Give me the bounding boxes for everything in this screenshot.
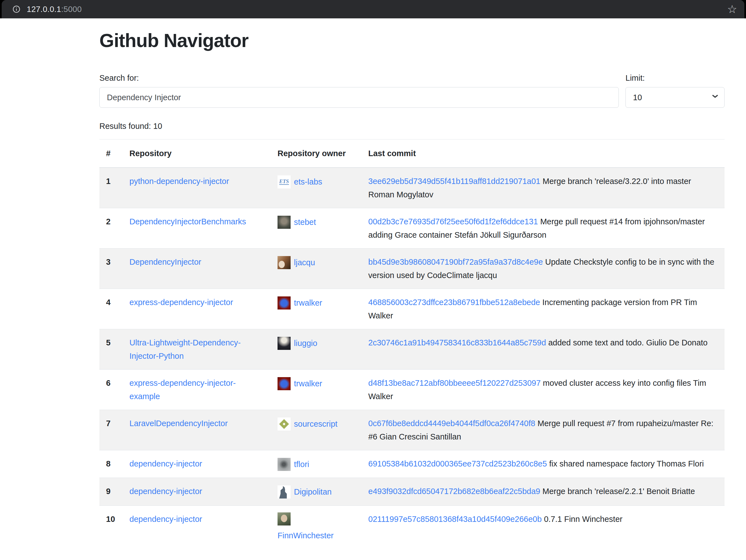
owner-link[interactable]: sourcescript bbox=[294, 419, 337, 429]
row-number: 9 bbox=[99, 478, 123, 505]
tflori-photo-avatar bbox=[278, 458, 291, 471]
repo-link[interactable]: dependency-injector bbox=[130, 514, 202, 524]
results-table: # Repository Repository owner Last commi… bbox=[99, 139, 724, 549]
repo-link[interactable]: DependencyInjector bbox=[130, 258, 201, 266]
repo-link[interactable]: express-dependency-injector-example bbox=[130, 379, 236, 401]
commit-hash-link[interactable]: bb45d9e3b98608047190bf72a95fa9a37d8c4e9e bbox=[368, 258, 543, 266]
repo-link[interactable]: DependencyInjectorBenchmarks bbox=[130, 217, 246, 226]
browser-chrome: 127.0.0.1:5000 ☆ bbox=[0, 0, 746, 18]
table-row: 5 Ultra-Lightweight-Dependency-Injector-… bbox=[99, 329, 724, 370]
page-body: Github Navigator Search for: Limit: 10 R… bbox=[0, 18, 746, 560]
trwalker-photo-avatar bbox=[278, 296, 291, 310]
header-owner: Repository owner bbox=[271, 140, 362, 168]
row-number: 2 bbox=[99, 208, 123, 248]
row-number: 4 bbox=[99, 289, 123, 329]
commit-message: fix shared namespace factory Thomas Flor… bbox=[549, 459, 704, 468]
commit-message: 0.7.1 Finn Winchester bbox=[544, 514, 623, 524]
row-number: 3 bbox=[99, 248, 123, 289]
row-number: 1 bbox=[99, 168, 123, 208]
owner-link[interactable]: Digipolitan bbox=[294, 488, 332, 497]
commit-hash-link[interactable]: 02111997e57c85801368f43a10d45f409e266e0b bbox=[368, 514, 542, 524]
row-number: 5 bbox=[99, 329, 123, 370]
repo-link[interactable]: dependency-injector bbox=[130, 459, 202, 468]
row-number: 6 bbox=[99, 370, 123, 410]
sourcescript-logo-avatar bbox=[278, 417, 291, 431]
commit-hash-link[interactable]: 00d2b3c7e76935d76f25ee50f6d1f2ef6ddce131 bbox=[368, 217, 538, 226]
commit-hash-link[interactable]: 2c30746c1a91b4947583416c833b1644a85c759d bbox=[368, 338, 546, 347]
commit-hash-link[interactable]: 69105384b61032d000365ee737cd2523b260c8e5 bbox=[368, 459, 547, 468]
owner-link[interactable]: trwalker bbox=[294, 379, 322, 388]
results-count: Results found: 10 bbox=[99, 122, 724, 131]
owner-link[interactable]: ljacqu bbox=[294, 258, 315, 267]
chevron-down-icon bbox=[712, 95, 718, 99]
repo-link[interactable]: LaravelDependencyInjector bbox=[130, 419, 228, 428]
finnwinchester-photo-avatar bbox=[278, 512, 291, 526]
commit-hash-link[interactable]: d48f13be8ac712abf80bbeeee5f120227d253097 bbox=[368, 379, 541, 387]
table-row: 9 dependency-injector Digipolitan e493f9… bbox=[99, 478, 724, 505]
commit-message: added some text and todo. Giulio De Dona… bbox=[548, 338, 708, 347]
header-repository: Repository bbox=[123, 140, 271, 168]
stebet-photo-avatar bbox=[278, 216, 291, 229]
repo-link[interactable]: express-dependency-injector bbox=[130, 298, 233, 307]
commit-hash-link[interactable]: 0c67f6be8eddcd4449eb4044f5df0ca26f4740f8 bbox=[368, 419, 535, 428]
owner-link[interactable]: liuggio bbox=[294, 339, 317, 348]
limit-select[interactable]: 10 bbox=[626, 87, 724, 108]
page-title: Github Navigator bbox=[99, 18, 724, 51]
owner-link[interactable]: ets-labs bbox=[294, 177, 322, 186]
trwalker-photo-avatar bbox=[278, 377, 291, 390]
repo-link[interactable]: python-dependency-injector bbox=[130, 177, 229, 186]
table-row: 6 express-dependency-injector-example tr… bbox=[99, 370, 724, 410]
commit-hash-link[interactable]: 3ee629eb5d7349d55f41b119aff81dd219071a01 bbox=[368, 177, 540, 186]
owner-link[interactable]: stebet bbox=[294, 218, 316, 227]
commit-hash-link[interactable]: 468856003c273dffce23b86791fbbe512a8ebede bbox=[368, 298, 540, 307]
limit-selected-value: 10 bbox=[633, 93, 642, 102]
table-header-row: # Repository Repository owner Last commi… bbox=[99, 140, 724, 168]
url-port: :5000 bbox=[61, 5, 82, 13]
header-number: # bbox=[99, 140, 123, 168]
url-text: 127.0.0.1:5000 bbox=[27, 5, 82, 14]
search-label: Search for: bbox=[99, 73, 619, 83]
owner-link[interactable]: tflori bbox=[294, 460, 309, 469]
table-row: 10 dependency-injector FinnWinchester 02… bbox=[99, 505, 724, 549]
table-row: 7 LaravelDependencyInjector sourcescript… bbox=[99, 410, 724, 450]
row-number: 10 bbox=[99, 505, 123, 549]
ets-labs-logo-avatar: ETS bbox=[278, 175, 291, 188]
commit-hash-link[interactable]: e493f9032dfcd65047172b682e8b6eaf22c5bda9 bbox=[368, 487, 540, 496]
commit-message: Merge branch 'release/2.2.1' Benoit Bria… bbox=[543, 487, 695, 496]
limit-label: Limit: bbox=[626, 73, 724, 83]
search-form: Search for: Limit: 10 bbox=[99, 73, 724, 108]
bookmark-star-icon[interactable]: ☆ bbox=[727, 4, 737, 15]
table-row: 3 DependencyInjector ljacqu bb45d9e3b986… bbox=[99, 248, 724, 289]
table-row: 2 DependencyInjectorBenchmarks stebet 00… bbox=[99, 208, 724, 248]
ets-logo-text: ETS bbox=[279, 179, 289, 185]
url-host: 127.0.0.1 bbox=[27, 5, 61, 13]
row-number: 7 bbox=[99, 410, 123, 450]
repo-link[interactable]: Ultra-Lightweight-Dependency-Injector-Py… bbox=[130, 338, 241, 360]
row-number: 8 bbox=[99, 450, 123, 478]
address-bar[interactable]: 127.0.0.1:5000 ☆ bbox=[2, 0, 744, 18]
header-last-commit: Last commit bbox=[362, 140, 724, 168]
ljacqu-photo-avatar bbox=[278, 256, 291, 269]
liuggio-photo-avatar bbox=[278, 337, 291, 350]
table-row: 4 express-dependency-injector trwalker 4… bbox=[99, 289, 724, 329]
table-row: 8 dependency-injector tflori 69105384b61… bbox=[99, 450, 724, 478]
info-icon[interactable] bbox=[12, 5, 21, 13]
search-input[interactable] bbox=[99, 87, 619, 108]
repo-link[interactable]: dependency-injector bbox=[130, 487, 202, 496]
digipolitan-logo-avatar bbox=[278, 485, 291, 499]
owner-link[interactable]: trwalker bbox=[294, 298, 322, 307]
owner-link[interactable]: FinnWinchester bbox=[278, 531, 334, 540]
table-row: 1 python-dependency-injector ETSets-labs… bbox=[99, 168, 724, 208]
